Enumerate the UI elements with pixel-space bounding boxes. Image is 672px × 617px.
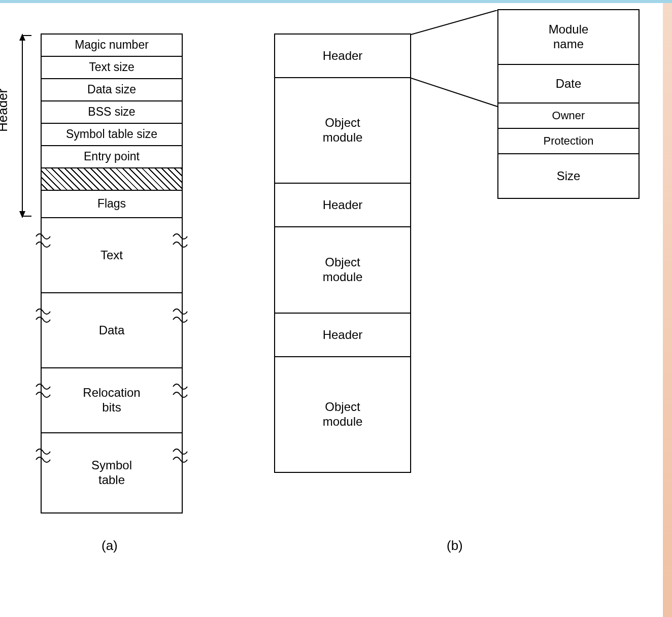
detail-owner: Owner bbox=[497, 102, 640, 129]
section-break-icon bbox=[35, 230, 189, 251]
b-header-0: Header bbox=[274, 33, 411, 78]
b-module-1: Object module bbox=[274, 226, 411, 314]
detail-date: Date bbox=[497, 64, 640, 104]
a-field-magic-number: Magic number bbox=[41, 33, 183, 57]
b-header-2: Header bbox=[274, 313, 411, 357]
caption-a: (a) bbox=[102, 538, 118, 554]
a-field-entry-point: Entry point bbox=[41, 145, 183, 168]
svg-marker-4 bbox=[19, 211, 25, 218]
a-field-bss-size: BSS size bbox=[41, 100, 183, 124]
b-header-1: Header bbox=[274, 183, 411, 227]
header-bracket-label: Header bbox=[0, 89, 11, 132]
a-section-data: Data bbox=[41, 292, 183, 368]
right-edge-accent bbox=[663, 3, 672, 617]
top-accent-bar bbox=[0, 0, 672, 3]
a-field-flags: Flags bbox=[41, 190, 183, 218]
a-field-text-size: Text size bbox=[41, 56, 183, 79]
b-module-0: Object module bbox=[274, 77, 411, 184]
caption-b: (b) bbox=[447, 538, 463, 554]
a-field-reserved-hatched bbox=[41, 167, 183, 191]
detail-module-name: Module name bbox=[497, 9, 640, 65]
svg-line-5 bbox=[411, 10, 497, 35]
a-field-data-size: Data size bbox=[41, 78, 183, 101]
section-break-icon bbox=[35, 445, 189, 466]
section-break-icon bbox=[35, 305, 189, 326]
detail-size: Size bbox=[497, 153, 640, 199]
a-section-text: Text bbox=[41, 217, 183, 293]
detail-protection: Protection bbox=[497, 128, 640, 154]
svg-marker-3 bbox=[19, 33, 25, 41]
b-module-2: Object module bbox=[274, 356, 411, 473]
svg-line-6 bbox=[411, 78, 497, 107]
a-section-symbol-table: Symbol table bbox=[41, 432, 183, 513]
a-field-symbol-table-size: Symbol table size bbox=[41, 123, 183, 146]
section-break-icon bbox=[35, 381, 189, 401]
